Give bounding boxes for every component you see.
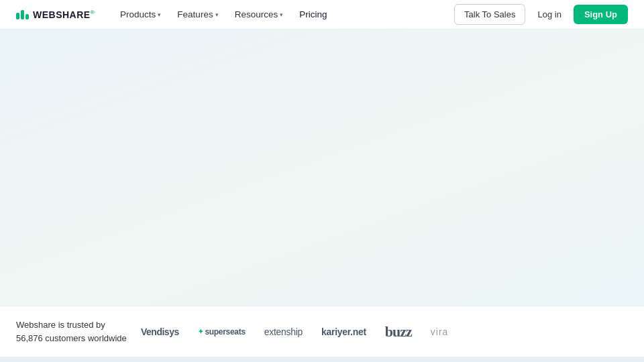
nav-links: Products ▾ Features ▾ Resources ▾ Pricin… (113, 5, 454, 23)
logo-bar-1 (16, 13, 19, 19)
main-content: Webshare is trusted by 56,876 customers … (0, 29, 644, 362)
logo-icon (16, 10, 29, 19)
chevron-down-icon: ▾ (158, 11, 161, 18)
nav-actions: Talk To Sales Log in Sign Up (454, 4, 628, 25)
navbar: WEBSHARE® Products ▾ Features ▾ Resource… (0, 0, 644, 29)
trust-text: Webshare is trusted by 56,876 customers … (16, 318, 130, 345)
bottom-strip (0, 357, 644, 362)
talk-to-sales-button[interactable]: Talk To Sales (454, 4, 525, 25)
trust-logos: Vendisys superseats extenship kariyer.ne… (141, 323, 448, 341)
brand-superseats: superseats (198, 327, 246, 337)
logo-text: WEBSHARE® (33, 9, 95, 20)
nav-item-pricing[interactable]: Pricing (292, 5, 333, 23)
brand-kariyer: kariyer.net (321, 326, 366, 337)
nav-item-features[interactable]: Features ▾ (170, 5, 225, 23)
chevron-down-icon: ▾ (215, 11, 219, 18)
brand-buzz: buzz (385, 323, 412, 341)
chevron-down-icon: ▾ (280, 11, 283, 18)
signup-button[interactable]: Sign Up (574, 5, 628, 24)
nav-item-products[interactable]: Products ▾ (113, 5, 168, 23)
brand-vendisys: Vendisys (141, 326, 179, 337)
logo-bar-2 (21, 10, 24, 19)
brand-extenship: extenship (264, 326, 303, 337)
trust-banner: Webshare is trusted by 56,876 customers … (0, 306, 644, 357)
logo-bar-3 (25, 14, 29, 19)
nav-item-resources[interactable]: Resources ▾ (228, 5, 290, 23)
brand-vira: vira (431, 326, 449, 337)
logo-link[interactable]: WEBSHARE® (16, 9, 95, 20)
login-button[interactable]: Log in (531, 5, 568, 24)
